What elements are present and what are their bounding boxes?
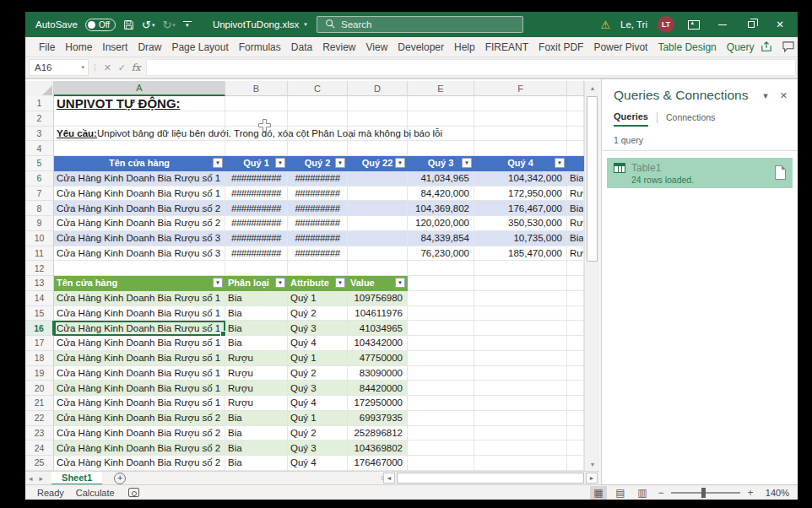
cell-A8[interactable]: Cửa Hàng Kinh Doanh Bia Rượu số 2	[54, 201, 225, 216]
row-header-24[interactable]: 24	[25, 440, 54, 456]
tab-foxit-pdf[interactable]: Foxit PDF	[533, 41, 588, 53]
cell-B23[interactable]: Bia	[225, 426, 288, 441]
tab-query[interactable]: Query	[722, 41, 760, 53]
cell-A3[interactable]: Yêu cầu: Unpivot bảng dữ liệu bên dưới. …	[54, 127, 225, 142]
cell-A6[interactable]: Cửa Hàng Kinh Doanh Bia Rượu số 1	[54, 171, 225, 186]
page-break-view-icon[interactable]: ▥	[634, 486, 651, 500]
filter-button[interactable]: ▼	[555, 158, 565, 168]
cell-B2[interactable]	[225, 111, 288, 127]
cell-E21[interactable]	[408, 396, 474, 411]
row-header-2[interactable]: 2	[25, 111, 54, 127]
user-name[interactable]: Le, Tri	[620, 19, 647, 30]
scroll-up-icon[interactable]: ▲	[585, 81, 600, 95]
cell-C20[interactable]: Quý 3	[288, 381, 348, 396]
cell-F24[interactable]	[474, 440, 567, 456]
cell-D22[interactable]: 69937935	[348, 411, 408, 426]
save-icon[interactable]	[123, 19, 134, 30]
avatar[interactable]: LT	[658, 16, 674, 33]
cell-F5[interactable]: Quý 4▼	[474, 156, 567, 171]
cell-F6[interactable]: 104,342,000	[474, 171, 567, 186]
cell-G2[interactable]	[567, 111, 584, 127]
sheet-nav-right-icon[interactable]: ▸	[36, 474, 47, 483]
cell-G7[interactable]: Rượu	[567, 186, 584, 202]
filter-button[interactable]: ▼	[335, 158, 345, 168]
cell-C12[interactable]	[288, 261, 348, 276]
cell-G15[interactable]	[567, 306, 584, 322]
cell-D19[interactable]: 83090000	[348, 366, 408, 381]
cell-B22[interactable]: Bia	[225, 411, 288, 426]
cell-C4[interactable]	[288, 141, 348, 156]
row-header-10[interactable]: 10	[25, 231, 54, 246]
cell-E25[interactable]	[408, 456, 474, 471]
zoom-slider-thumb[interactable]	[701, 488, 706, 498]
cell-B13[interactable]: Phân loại▼	[225, 276, 288, 291]
cell-E5[interactable]: Quý 3▼	[408, 156, 474, 171]
cell-G23[interactable]	[567, 426, 584, 441]
cell-B12[interactable]	[225, 261, 288, 276]
cell-F17[interactable]	[474, 336, 567, 351]
cell-E24[interactable]	[408, 440, 474, 456]
tab-fireant[interactable]: FIREANT	[480, 41, 533, 53]
scroll-down-icon[interactable]: ▼	[585, 457, 600, 471]
cell-F2[interactable]	[474, 111, 567, 127]
tab-power-pivot[interactable]: Power Pivot	[588, 41, 652, 53]
panel-menu-chevron-icon[interactable]: ▾	[763, 90, 768, 101]
normal-view-icon[interactable]: ▦	[590, 486, 607, 500]
filter-button[interactable]: ▼	[213, 158, 223, 168]
cell-B21[interactable]: Rượu	[225, 396, 288, 411]
cell-C21[interactable]: Quý 4	[288, 396, 348, 411]
cell-E20[interactable]	[408, 381, 474, 396]
row-header-17[interactable]: 17	[25, 336, 54, 351]
cell-E2[interactable]	[408, 111, 474, 127]
cell-B7[interactable]: ##########	[225, 186, 288, 202]
cell-D17[interactable]: 104342000	[348, 336, 408, 351]
close-button[interactable]: ✕	[771, 12, 789, 37]
cell-D15[interactable]: 104611976	[348, 306, 408, 322]
cell-A17[interactable]: Cửa Hàng Kinh Doanh Bia Rượu số 1	[54, 336, 225, 351]
undo-button[interactable]: ↺▾	[142, 19, 154, 30]
cell-B20[interactable]: Rượu	[225, 381, 288, 396]
macro-record-icon[interactable]	[128, 488, 139, 497]
cell-F19[interactable]	[474, 366, 567, 381]
cell-C18[interactable]: Quý 1	[288, 351, 348, 366]
column-header-E[interactable]: E	[408, 81, 474, 96]
row-header-6[interactable]: 6	[25, 171, 54, 186]
panel-tab-queries[interactable]: Queries	[614, 111, 648, 127]
cell-D9[interactable]	[348, 216, 408, 231]
tab-help[interactable]: Help	[449, 41, 480, 53]
cell-A15[interactable]: Cửa Hàng Kinh Doanh Bia Rượu số 1	[54, 306, 225, 322]
ribbon-display-options-icon[interactable]	[685, 12, 703, 37]
status-calculate[interactable]: Calculate	[76, 488, 115, 498]
cell-C22[interactable]: Quý 1	[288, 411, 348, 426]
cell-A20[interactable]: Cửa Hàng Kinh Doanh Bia Rượu số 1	[54, 381, 225, 396]
cell-A1[interactable]: UNPIVOT TỰ ĐỘNG:	[54, 96, 225, 111]
cell-C10[interactable]: #########	[288, 231, 348, 246]
horizontal-scroll-thumb[interactable]	[397, 473, 584, 484]
column-header-partial[interactable]	[567, 81, 584, 96]
row-header-5[interactable]: 5	[25, 156, 54, 171]
cell-C7[interactable]: #########	[288, 186, 348, 202]
share-icon[interactable]	[759, 41, 773, 53]
cell-B19[interactable]: Rượu	[225, 366, 288, 381]
cell-D14[interactable]: 109756980	[348, 291, 408, 306]
cell-E12[interactable]	[408, 261, 474, 276]
customize-qat-icon[interactable]: ▾	[183, 21, 192, 28]
filter-button[interactable]: ▼	[335, 278, 345, 288]
cell-A10[interactable]: Cửa Hàng Kinh Doanh Bia Rượu số 3	[54, 231, 225, 246]
cell-A12[interactable]	[54, 261, 225, 276]
cell-B4[interactable]	[225, 141, 288, 156]
cell-E15[interactable]	[408, 306, 474, 322]
cell-A22[interactable]: Cửa Hàng Kinh Doanh Bia Rượu số 2	[54, 411, 225, 426]
row-header-18[interactable]: 18	[25, 351, 54, 366]
tab-view[interactable]: View	[361, 41, 393, 53]
cell-E13[interactable]	[408, 276, 474, 291]
scroll-right-icon[interactable]: ►	[586, 473, 598, 484]
minimize-button[interactable]	[713, 12, 732, 37]
cell-D12[interactable]	[348, 261, 408, 276]
sheet-tab-sheet1[interactable]: Sheet1	[51, 472, 102, 485]
insert-function-icon[interactable]: fx	[132, 62, 141, 73]
row-header-13[interactable]: 13	[25, 276, 54, 291]
cell-F13[interactable]	[474, 276, 567, 291]
cell-G17[interactable]	[567, 336, 584, 351]
cell-C6[interactable]: #########	[288, 171, 348, 186]
